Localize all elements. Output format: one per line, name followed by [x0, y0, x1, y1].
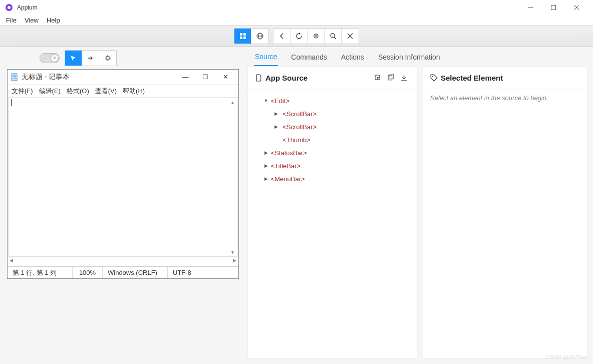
- notepad-statusbar: 第 1 行, 第 1 列 100% Windows (CRLF) UTF-8: [8, 266, 238, 278]
- notepad-title: 无标题 - 记事本: [22, 73, 175, 82]
- top-toolbar: [0, 25, 593, 47]
- tab-source[interactable]: Source: [254, 48, 278, 66]
- tree-node-thumb[interactable]: <Thumb>: [255, 133, 410, 146]
- web-mode-button[interactable]: [251, 29, 268, 44]
- notepad-menu-format: 格式(O): [64, 86, 92, 97]
- svg-rect-7: [243, 33, 246, 36]
- back-button[interactable]: [273, 29, 290, 44]
- tree-node-edit[interactable]: ▼ <Edit>: [255, 94, 410, 107]
- status-position: 第 1 行, 第 1 列: [8, 267, 73, 278]
- selected-element-panel: Selected Element Select an element in th…: [423, 67, 587, 358]
- record-button[interactable]: [308, 29, 325, 44]
- status-zoom: 100%: [73, 267, 103, 278]
- refresh-button[interactable]: [290, 29, 308, 44]
- notepad-menu-view: 查看(V): [92, 86, 120, 97]
- window-controls: [519, 0, 588, 15]
- download-button[interactable]: [397, 74, 410, 82]
- svg-point-32: [432, 76, 433, 77]
- copy-button[interactable]: [384, 74, 397, 82]
- inspect-group: [65, 50, 117, 66]
- svg-rect-30: [388, 75, 392, 80]
- tree-node-menubar[interactable]: ▶ <MenuBar>: [255, 172, 410, 185]
- close-button[interactable]: [565, 0, 588, 15]
- svg-rect-20: [106, 57, 109, 60]
- copy-xml-button[interactable]: [371, 74, 384, 82]
- screenshot-tools: ✕: [5, 50, 241, 66]
- panels: App Source ▼ <Edit> ▶ <ScrollBar> ▶ <Scr…: [246, 67, 593, 364]
- svg-rect-6: [240, 33, 242, 36]
- selected-element-body: Select an element in the source to begin…: [423, 89, 587, 107]
- menu-file[interactable]: File: [2, 16, 21, 25]
- screenshot-pane: ✕ 无标题 - 记事本 — ☐ ✕ 文件(F) 编辑(E) 格式(O) 查看(V…: [0, 47, 246, 364]
- native-mode-button[interactable]: [234, 29, 251, 44]
- notepad-menu-edit: 编辑(E): [36, 86, 64, 97]
- notepad-menu-file: 文件(F): [9, 86, 36, 97]
- menu-view[interactable]: View: [21, 16, 43, 25]
- notepad-menubar: 文件(F) 编辑(E) 格式(O) 查看(V) 帮助(H): [8, 85, 238, 98]
- svg-point-15: [331, 34, 335, 38]
- tab-commands[interactable]: Commands: [290, 49, 328, 66]
- minimize-button[interactable]: [519, 0, 542, 15]
- svg-rect-8: [240, 37, 242, 39]
- notepad-minimize-icon: —: [175, 73, 195, 81]
- source-tree: ▼ <Edit> ▶ <ScrollBar> ▶ <ScrollBar> <Th…: [255, 94, 410, 185]
- svg-rect-31: [390, 74, 394, 79]
- notepad-hscroll: ◀▶: [8, 258, 238, 266]
- maximize-button[interactable]: [542, 0, 565, 15]
- inspector-tabs: Source Commands Actions Session Informat…: [246, 47, 593, 67]
- status-encoding: UTF-8: [168, 267, 213, 278]
- notepad-icon: [11, 73, 19, 81]
- notepad-titlebar: 无标题 - 记事本 — ☐ ✕: [8, 70, 238, 85]
- tag-icon: [430, 74, 438, 82]
- svg-point-1: [8, 6, 11, 9]
- menu-help[interactable]: Help: [43, 16, 64, 25]
- svg-line-16: [334, 37, 336, 39]
- watermark: CSDN @VicTree: [545, 354, 587, 360]
- coordinates-button[interactable]: [99, 51, 116, 66]
- app-screenshot[interactable]: 无标题 - 记事本 — ☐ ✕ 文件(F) 编辑(E) 格式(O) 查看(V) …: [7, 69, 239, 279]
- svg-point-14: [315, 36, 317, 37]
- app-titlebar: Appium: [0, 0, 593, 15]
- tree-node-statusbar[interactable]: ▶ <StatusBar>: [255, 146, 410, 159]
- app-source-header: App Source: [248, 67, 417, 89]
- action-group: [273, 28, 359, 44]
- notepad-menu-help: 帮助(H): [120, 86, 148, 97]
- tree-node-scrollbar-2[interactable]: ▶ <ScrollBar>: [255, 120, 410, 133]
- select-element-button[interactable]: [65, 51, 82, 66]
- view-mode-group: [234, 28, 269, 44]
- tab-actions[interactable]: Actions: [340, 49, 365, 66]
- search-button[interactable]: [325, 29, 342, 44]
- selected-element-empty-text: Select an element in the source to begin…: [430, 94, 580, 102]
- file-icon: [255, 74, 262, 82]
- app-source-title: App Source: [265, 74, 308, 82]
- selected-element-title: Selected Element: [441, 74, 503, 82]
- scroll-down-icon: ▼: [228, 248, 237, 256]
- app-menubar: File View Help: [0, 15, 593, 25]
- tab-session[interactable]: Session Information: [377, 49, 441, 66]
- app-source-panel: App Source ▼ <Edit> ▶ <ScrollBar> ▶ <Scr…: [248, 67, 417, 358]
- scroll-up-icon: ▲: [228, 98, 237, 107]
- toggle-highlight[interactable]: ✕: [40, 53, 60, 63]
- quit-button[interactable]: [342, 29, 359, 44]
- workspace: ✕ 无标题 - 记事本 — ☐ ✕ 文件(F) 编辑(E) 格式(O) 查看(V…: [0, 47, 593, 364]
- notepad-maximize-icon: ☐: [195, 73, 215, 81]
- source-tree-body: ▼ <Edit> ▶ <ScrollBar> ▶ <ScrollBar> <Th…: [248, 89, 417, 190]
- tap-swipe-button[interactable]: [82, 51, 99, 66]
- inspector-area: Source Commands Actions Session Informat…: [246, 47, 593, 364]
- selected-element-header: Selected Element: [423, 67, 587, 89]
- tree-node-titlebar[interactable]: ▶ <TitleBar>: [255, 159, 410, 172]
- notepad-textarea: ▲ ▼: [9, 98, 237, 257]
- notepad-close-icon: ✕: [215, 73, 235, 81]
- svg-rect-3: [551, 6, 556, 10]
- status-eol: Windows (CRLF): [103, 267, 168, 278]
- appium-logo-icon: [5, 4, 13, 12]
- text-cursor: [11, 99, 12, 106]
- app-title: Appium: [17, 4, 519, 11]
- svg-rect-25: [12, 74, 17, 81]
- tree-node-scrollbar-1[interactable]: ▶ <ScrollBar>: [255, 107, 410, 120]
- svg-rect-9: [243, 37, 246, 39]
